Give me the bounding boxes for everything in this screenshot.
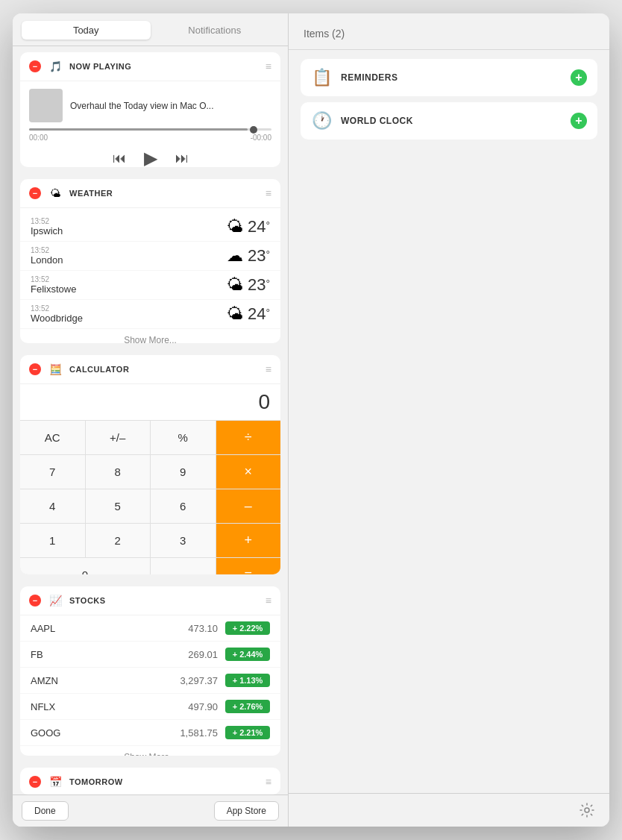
remove-tomorrow-button[interactable]: − [29, 776, 41, 788]
calc-sign[interactable]: +/– [86, 421, 151, 454]
weather-icon-london: ☁ [227, 246, 243, 266]
add-world-clock-button[interactable]: + [571, 113, 587, 129]
weather-content: 13:52 Ipswich 🌤 24° 13:52 London ☁ 23° [20, 208, 280, 343]
weather-icon-woodbridge: 🌤 [227, 304, 243, 324]
calc-4[interactable]: 4 [20, 489, 85, 523]
widget-header-calculator: − 🧮 CALCULATOR ≡ [20, 355, 280, 384]
tab-bar: Today Notifications [13, 13, 288, 46]
stock-change-amzn: + 1.13% [225, 674, 270, 687]
tab-today[interactable]: Today [22, 21, 151, 40]
calc-0[interactable]: 0 [20, 558, 150, 574]
now-playing-content: Overhaul the Today view in Mac O... 00:0… [20, 81, 280, 167]
weather-city-london: London [31, 254, 227, 266]
calc-divide[interactable]: ÷ [216, 421, 281, 454]
stock-row-aapl: AAPL 473.10 + 2.22% [20, 615, 280, 642]
calculator-title: CALCULATOR [69, 365, 260, 374]
world-clock-label: WORLD CLOCK [341, 116, 562, 126]
stocks-title: STOCKS [69, 596, 260, 605]
calc-percent[interactable]: % [151, 421, 216, 454]
stock-change-aapl: + 2.22% [225, 621, 270, 635]
items-title: Items (2) [304, 28, 345, 40]
reminders-icon: 📋 [311, 68, 332, 87]
calc-8[interactable]: 8 [86, 455, 151, 489]
widget-header-weather: − 🌤 WEATHER ≡ [20, 179, 280, 208]
calc-dot[interactable]: . [151, 558, 216, 574]
weather-title: WEATHER [69, 189, 260, 198]
calc-6[interactable]: 6 [151, 489, 216, 523]
world-clock-icon: 🕐 [311, 111, 332, 131]
stock-change-fb: + 2.44% [225, 648, 270, 661]
stock-price-goog: 1,581.75 [180, 727, 218, 739]
remove-now-playing-button[interactable]: − [29, 60, 41, 72]
done-button[interactable]: Done [22, 801, 69, 821]
calc-9[interactable]: 9 [151, 455, 216, 489]
remove-calculator-button[interactable]: − [29, 363, 41, 375]
drag-handle-calculator[interactable]: ≡ [266, 363, 271, 375]
bottom-bar: Done App Store [13, 794, 288, 827]
playback-controls: ⏮ ▶ ⏭ [29, 148, 271, 167]
calc-equals[interactable]: = [216, 558, 281, 574]
calc-plus[interactable]: + [216, 524, 281, 557]
play-button[interactable]: ▶ [144, 148, 157, 167]
right-header: Items (2) [289, 13, 609, 50]
tab-notifications[interactable]: Notifications [151, 21, 280, 40]
widget-header-now-playing: − 🎵 NOW PLAYING ≡ [20, 52, 280, 81]
stocks-show-more[interactable]: Show More... [20, 746, 280, 755]
calc-7[interactable]: 7 [20, 455, 85, 489]
progress-bar[interactable] [29, 128, 271, 131]
calc-ac[interactable]: AC [20, 421, 85, 454]
tomorrow-icon: 📅 [47, 774, 63, 790]
calculator-display: 0 [20, 384, 280, 420]
fast-forward-button[interactable]: ⏭ [175, 151, 189, 166]
calc-minus[interactable]: – [216, 489, 281, 523]
widget-header-stocks: − 📈 STOCKS ≡ [20, 586, 280, 615]
drag-handle-tomorrow[interactable]: ≡ [266, 776, 271, 788]
rewind-button[interactable]: ⏮ [113, 151, 126, 166]
weather-temp-ipswich: 24° [248, 217, 270, 236]
stock-price-amzn: 3,297.37 [180, 675, 218, 686]
weather-left-ipswich: 13:52 Ipswich [31, 217, 227, 236]
app-store-button[interactable]: App Store [214, 801, 279, 821]
weather-icon-ipswich: 🌤 [227, 217, 243, 236]
time-display: 00:00 -00:00 [29, 134, 271, 142]
time-end: -00:00 [251, 134, 271, 142]
remove-stocks-button[interactable]: − [29, 595, 41, 607]
weather-city-felixstowe: Felixstowe [31, 283, 227, 295]
weather-left-woodbridge: 13:52 Woodbridge [31, 304, 227, 324]
progress-knob[interactable] [250, 126, 257, 134]
track-info: Overhaul the Today view in Mac O... [29, 89, 271, 122]
weather-time-london: 13:52 [31, 246, 227, 254]
calc-5[interactable]: 5 [86, 489, 151, 523]
weather-time-ipswich: 13:52 [31, 217, 227, 225]
stock-symbol-aapl: AAPL [31, 623, 188, 634]
drag-handle-now-playing[interactable]: ≡ [266, 60, 271, 72]
calc-2[interactable]: 2 [86, 524, 151, 557]
stock-row-amzn: AMZN 3,297.37 + 1.13% [20, 668, 280, 694]
weather-time-felixstowe: 13:52 [31, 275, 227, 283]
weather-row-ipswich: 13:52 Ipswich 🌤 24° [20, 213, 280, 242]
reminders-label: REMINDERS [341, 72, 562, 83]
weather-show-more[interactable]: Show More... [20, 329, 280, 343]
stock-row-goog: GOOG 1,581.75 + 2.21% [20, 720, 280, 746]
stock-price-aapl: 473.10 [188, 623, 218, 634]
weather-row-woodbridge: 13:52 Woodbridge 🌤 24° [20, 300, 280, 329]
stock-change-nflx: + 2.76% [225, 700, 270, 713]
add-reminders-button[interactable]: + [571, 69, 587, 86]
calc-3[interactable]: 3 [151, 524, 216, 557]
now-playing-icon: 🎵 [47, 58, 63, 75]
drag-handle-stocks[interactable]: ≡ [266, 595, 271, 607]
remove-weather-button[interactable]: − [29, 187, 41, 199]
stock-row-nflx: NFLX 497.90 + 2.76% [20, 694, 280, 720]
stock-symbol-goog: GOOG [31, 727, 180, 739]
calc-1[interactable]: 1 [20, 524, 85, 557]
drag-handle-weather[interactable]: ≡ [266, 187, 271, 199]
stock-symbol-amzn: AMZN [31, 675, 180, 686]
weather-temp-felixstowe: 23° [248, 275, 270, 295]
calc-multiply[interactable]: × [216, 455, 281, 489]
widget-weather: − 🌤 WEATHER ≡ 13:52 Ipswich 🌤 24° 13:52 [20, 179, 280, 343]
item-reminders: 📋 REMINDERS + [301, 59, 597, 96]
weather-city-ipswich: Ipswich [31, 225, 227, 236]
gear-button[interactable] [577, 800, 597, 821]
stock-price-fb: 269.01 [188, 649, 218, 660]
stock-price-nflx: 497.90 [188, 701, 218, 712]
